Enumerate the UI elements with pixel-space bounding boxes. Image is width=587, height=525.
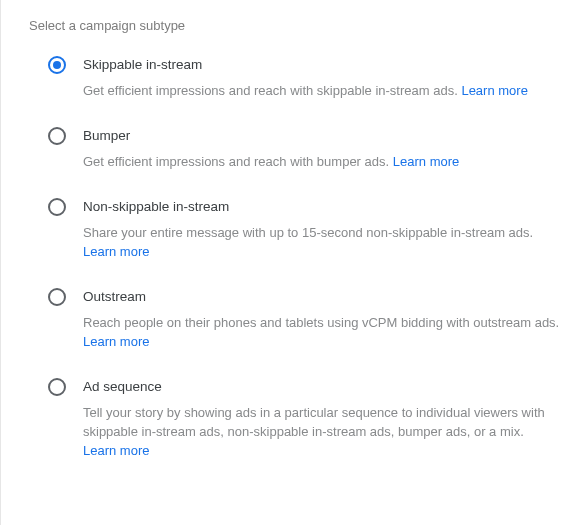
radio-icon (48, 198, 66, 216)
learn-more-link[interactable]: Learn more (83, 443, 149, 458)
option-title: Bumper (83, 126, 565, 146)
option-desc-text: Reach people on their phones and tablets… (83, 315, 559, 330)
learn-more-link[interactable]: Learn more (83, 334, 149, 349)
option-title: Ad sequence (83, 377, 565, 397)
radio-non-skippable-in-stream[interactable] (47, 197, 67, 217)
learn-more-link[interactable]: Learn more (393, 154, 459, 169)
radio-outstream[interactable] (47, 287, 67, 307)
option-non-skippable-in-stream[interactable]: Non-skippable in-stream Share your entir… (47, 197, 565, 261)
section-title: Select a campaign subtype (29, 18, 565, 33)
option-description: Tell your story by showing ads in a part… (83, 403, 565, 460)
option-body: Bumper Get efficient impressions and rea… (83, 126, 565, 171)
radio-icon (48, 378, 66, 396)
option-ad-sequence[interactable]: Ad sequence Tell your story by showing a… (47, 377, 565, 460)
radio-icon (48, 288, 66, 306)
option-skippable-in-stream[interactable]: Skippable in-stream Get efficient impres… (47, 55, 565, 100)
radio-icon (48, 127, 66, 145)
option-body: Ad sequence Tell your story by showing a… (83, 377, 565, 460)
option-outstream[interactable]: Outstream Reach people on their phones a… (47, 287, 565, 351)
option-desc-text: Get efficient impressions and reach with… (83, 83, 458, 98)
radio-icon (48, 56, 66, 74)
option-list: Skippable in-stream Get efficient impres… (29, 55, 565, 460)
learn-more-link[interactable]: Learn more (83, 244, 149, 259)
option-desc-text: Tell your story by showing ads in a part… (83, 405, 545, 439)
option-description: Get efficient impressions and reach with… (83, 81, 565, 100)
option-body: Skippable in-stream Get efficient impres… (83, 55, 565, 100)
option-desc-text: Share your entire message with up to 15-… (83, 225, 533, 240)
option-body: Outstream Reach people on their phones a… (83, 287, 565, 351)
campaign-subtype-panel: Select a campaign subtype Skippable in-s… (1, 0, 587, 504)
option-title: Non-skippable in-stream (83, 197, 565, 217)
learn-more-link[interactable]: Learn more (461, 83, 527, 98)
radio-bumper[interactable] (47, 126, 67, 146)
option-description: Share your entire message with up to 15-… (83, 223, 565, 261)
option-description: Reach people on their phones and tablets… (83, 313, 565, 351)
option-bumper[interactable]: Bumper Get efficient impressions and rea… (47, 126, 565, 171)
option-body: Non-skippable in-stream Share your entir… (83, 197, 565, 261)
option-title: Skippable in-stream (83, 55, 565, 75)
radio-ad-sequence[interactable] (47, 377, 67, 397)
radio-skippable-in-stream[interactable] (47, 55, 67, 75)
option-description: Get efficient impressions and reach with… (83, 152, 565, 171)
option-desc-text: Get efficient impressions and reach with… (83, 154, 389, 169)
option-title: Outstream (83, 287, 565, 307)
